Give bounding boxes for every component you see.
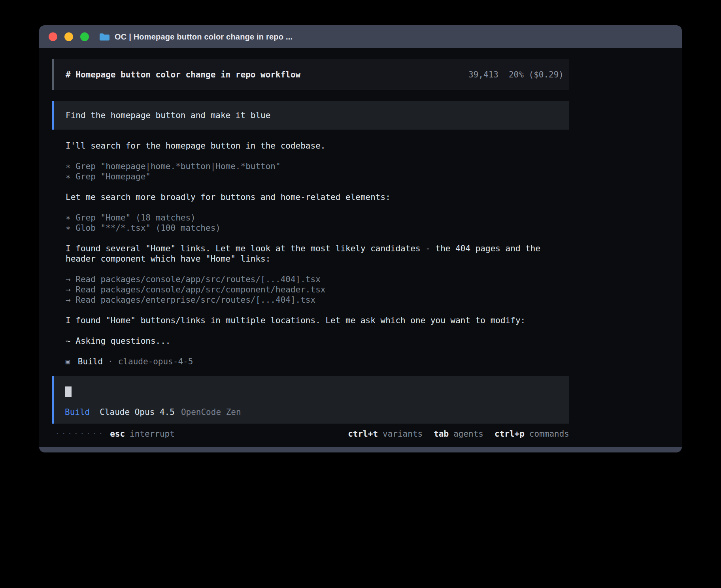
status-left: ········ esc interrupt xyxy=(55,429,175,439)
traffic-lights xyxy=(49,32,89,41)
ctrl-p-key: ctrl+p xyxy=(495,429,525,439)
user-message: Find the homepage button and make it blu… xyxy=(52,101,569,130)
input-model-label[interactable]: Claude Opus 4.5 xyxy=(100,407,175,417)
agent-separator: · xyxy=(108,356,113,367)
text-cursor xyxy=(65,386,72,397)
input-mode-label[interactable]: Build xyxy=(65,407,90,417)
tool-call: ∗ Grep "homepage|home.*button|Home.*butt… xyxy=(66,161,569,172)
ctrl-t-label: variants xyxy=(383,429,423,439)
minimize-button[interactable] xyxy=(64,32,73,41)
tool-call: → Read packages/console/app/src/componen… xyxy=(66,285,569,295)
spinner-dots: ········ xyxy=(55,429,104,439)
input-provider-label: OpenCode Zen xyxy=(181,407,241,417)
esc-key: esc xyxy=(110,429,125,439)
window-title: OC | Homepage button color change in rep… xyxy=(115,32,293,41)
session-title: # Homepage button color change in repo w… xyxy=(66,70,300,80)
tab-label: agents xyxy=(453,429,483,439)
ctrl-t-key: ctrl+t xyxy=(348,429,378,439)
assistant-text: I'll search for the homepage button in t… xyxy=(66,141,569,151)
prompt-input[interactable]: Build Claude Opus 4.5 OpenCode Zen xyxy=(52,376,569,424)
tool-call: ∗ Grep "Home" (18 matches) xyxy=(66,213,569,223)
token-count: 39,413 xyxy=(468,70,498,80)
ctrl-p-label: commands xyxy=(529,429,569,439)
close-button[interactable] xyxy=(49,32,57,41)
status-bar: ········ esc interrupt ctrl+t variants t… xyxy=(52,429,569,439)
agent-model: claude-opus-4-5 xyxy=(118,356,193,367)
session-header: # Homepage button color change in repo w… xyxy=(52,59,569,90)
context-usage: 20% ($0.29) xyxy=(509,70,564,80)
assistant-text: header component which have "Home" links… xyxy=(66,254,569,264)
folder-icon xyxy=(99,33,109,41)
assistant-text: I found several "Home" links. Let me loo… xyxy=(66,243,569,254)
terminal-window: OC | Homepage button color change in rep… xyxy=(39,25,682,452)
tool-call: → Read packages/enterprise/src/routes/[.… xyxy=(66,295,569,305)
agent-icon: ▣ xyxy=(66,356,70,367)
hint-agents: tab agents xyxy=(434,429,483,439)
status-hints: ctrl+t variants tab agents ctrl+p comman… xyxy=(337,429,569,439)
status-text: ~ Asking questions... xyxy=(66,336,569,346)
agent-row: ▣ Build · claude-opus-4-5 xyxy=(52,356,569,367)
agent-name: Build xyxy=(78,356,103,367)
user-message-text: Find the homepage button and make it blu… xyxy=(66,110,270,121)
hint-commands: ctrl+p commands xyxy=(495,429,569,439)
hint-variants: ctrl+t variants xyxy=(348,429,423,439)
esc-key-label: interrupt xyxy=(130,429,175,439)
assistant-text: I found "Home" buttons/links in multiple… xyxy=(66,315,569,326)
tool-call: → Read packages/console/app/src/routes/[… xyxy=(66,274,569,285)
transcript: I'll search for the homepage button in t… xyxy=(52,141,569,346)
zoom-button[interactable] xyxy=(80,32,89,41)
assistant-text: Let me search more broadly for buttons a… xyxy=(66,192,569,202)
session-stats: 39,413 20% ($0.29) xyxy=(468,70,564,80)
tab-key: tab xyxy=(434,429,449,439)
input-status-row: Build Claude Opus 4.5 OpenCode Zen xyxy=(65,407,569,417)
tool-call: ∗ Glob "**/*.tsx" (100 matches) xyxy=(66,223,569,233)
tool-call: ∗ Grep "Homepage" xyxy=(66,172,569,182)
terminal-body: # Homepage button color change in repo w… xyxy=(39,48,682,447)
titlebar: OC | Homepage button color change in rep… xyxy=(39,25,682,48)
